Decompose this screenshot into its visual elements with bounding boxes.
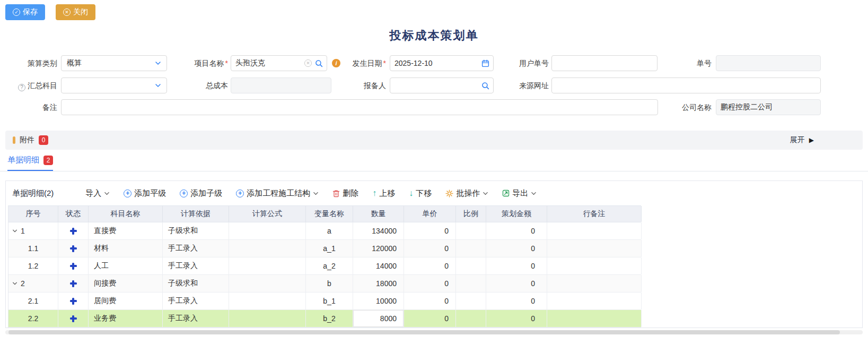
total-cost-input xyxy=(231,78,331,93)
table-row[interactable]: 1.2人工手工录入a_21400000 xyxy=(8,257,641,275)
cell-note xyxy=(547,275,642,292)
cell-seq: 2.1 xyxy=(8,292,58,309)
reporter-field xyxy=(390,78,494,93)
plus-status-icon[interactable] xyxy=(70,315,77,322)
question-icon[interactable]: ? xyxy=(18,84,25,91)
move-up-button[interactable]: ↑ 上移 xyxy=(372,188,395,199)
cell-subject: 材料 xyxy=(89,240,163,257)
detail-table: 序号状态科目名称计算依据计算公式变量名称数量单价比例策划金额行备注 1直接费子级… xyxy=(8,205,641,328)
cell-price: 0 xyxy=(404,222,456,239)
table-row[interactable]: 1.1材料手工录入a_112000000 xyxy=(8,240,641,257)
chevron-down-icon xyxy=(104,191,110,196)
plus-status-icon[interactable] xyxy=(70,245,77,252)
plus-circle-icon xyxy=(124,190,131,197)
plus-status-icon[interactable] xyxy=(70,228,77,235)
cell-price: 0 xyxy=(404,275,456,292)
close-button[interactable]: ✕ 关闭 xyxy=(56,4,95,20)
occur-date-label: 发生日期* xyxy=(329,55,386,71)
plus-status-icon[interactable] xyxy=(70,263,77,270)
expand-button[interactable]: 展开 ▶ xyxy=(790,135,814,145)
clear-icon[interactable]: ✕ xyxy=(304,59,312,67)
expand-caret-icon[interactable] xyxy=(12,228,17,234)
move-down-button[interactable]: ↓ 下移 xyxy=(409,188,432,199)
column-header: 数量 xyxy=(353,206,404,222)
attachment-bar[interactable]: 附件 0 展开 ▶ xyxy=(5,131,863,150)
cell-basis: 子级求和 xyxy=(163,275,229,292)
cell-amount: 0 xyxy=(486,240,547,257)
company-field xyxy=(716,99,821,115)
tab-detail[interactable]: 单据明细 2 xyxy=(7,155,53,171)
cell-qty: 18000 xyxy=(353,275,404,292)
arrow-down-icon: ↓ xyxy=(409,189,413,197)
cell-seq: 1.1 xyxy=(8,240,58,257)
plus-status-icon[interactable] xyxy=(70,298,77,305)
chevron-down-icon xyxy=(313,191,319,196)
column-header: 行备注 xyxy=(547,206,642,222)
table-row[interactable]: 1直接费子级求和a13400000 xyxy=(8,222,641,240)
column-header: 变量名称 xyxy=(306,206,353,222)
cell-qty: 8000 xyxy=(353,310,404,327)
required-asterisk: * xyxy=(383,59,386,67)
summary-subject-label: ?汇总科目 xyxy=(0,78,57,93)
page-title: 投标成本策划单 xyxy=(0,28,868,44)
table-row[interactable]: 2间接费子级求和b1800000 xyxy=(8,275,641,292)
table-row[interactable]: 2.2业务费手工录入b_2800000 xyxy=(8,310,641,328)
calendar-icon[interactable] xyxy=(481,59,489,67)
total-cost-field xyxy=(231,78,331,93)
cell-basis: 手工录入 xyxy=(163,292,229,309)
add-child-button[interactable]: 添加子级 xyxy=(180,188,222,199)
scrollbar-thumb[interactable] xyxy=(8,330,840,334)
cell-formula xyxy=(229,240,306,257)
horizontal-scrollbar[interactable] xyxy=(5,330,863,334)
chevron-down-icon xyxy=(155,82,161,89)
batch-ops-button[interactable]: 批操作 xyxy=(445,188,488,199)
cell-variable: b xyxy=(306,275,353,292)
expand-arrow-icon: ▶ xyxy=(809,136,814,144)
plan-type-label: 策算类别 xyxy=(0,55,57,71)
plus-status-icon[interactable] xyxy=(70,280,77,287)
import-button[interactable]: 导入 xyxy=(85,188,110,199)
company-label: 公司名称 xyxy=(657,99,712,115)
summary-subject-select[interactable] xyxy=(61,78,167,93)
cell-qty: 10000 xyxy=(353,292,404,309)
doc-no-input xyxy=(716,55,821,71)
cell-formula xyxy=(229,292,306,309)
check-circle-icon: ✓ xyxy=(13,8,20,16)
cell-qty: 134000 xyxy=(353,222,404,239)
occur-date-input[interactable] xyxy=(390,55,494,71)
tab-detail-badge: 2 xyxy=(43,156,53,165)
cell-subject: 居间费 xyxy=(89,292,163,309)
user-no-label: 用户单号 xyxy=(490,55,549,71)
reporter-input[interactable] xyxy=(390,78,494,93)
qty-edit-cell[interactable]: 8000 xyxy=(353,310,404,327)
cell-amount: 0 xyxy=(486,257,547,274)
add-structure-button[interactable]: 添加工程施工结构 xyxy=(236,188,319,199)
remark-input[interactable] xyxy=(61,99,658,115)
cell-seq: 2.2 xyxy=(8,310,58,327)
cell-ratio xyxy=(456,257,486,274)
table-row[interactable]: 2.1居间费手工录入b_11000000 xyxy=(8,292,641,310)
remark-field xyxy=(61,99,658,115)
cell-subject: 直接费 xyxy=(89,222,163,239)
add-sibling-button[interactable]: 添加平级 xyxy=(124,188,166,199)
cell-price: 0 xyxy=(404,240,456,257)
cell-variable: a_2 xyxy=(306,257,353,274)
source-url-input[interactable] xyxy=(551,78,821,93)
cell-status xyxy=(58,292,89,309)
search-icon[interactable] xyxy=(481,82,489,90)
cell-basis: 手工录入 xyxy=(163,240,229,257)
doc-no-field xyxy=(716,55,821,71)
user-no-input[interactable] xyxy=(551,55,657,71)
plan-type-select[interactable]: 概算 xyxy=(61,55,167,71)
delete-button[interactable]: 删除 xyxy=(332,188,358,199)
cell-note xyxy=(547,257,642,274)
cell-basis: 手工录入 xyxy=(163,310,229,327)
cell-status xyxy=(58,275,89,292)
expand-label: 展开 xyxy=(790,135,805,145)
table-header-row: 序号状态科目名称计算依据计算公式变量名称数量单价比例策划金额行备注 xyxy=(8,205,641,222)
expand-caret-icon[interactable] xyxy=(12,281,17,286)
save-button[interactable]: ✓ 保存 xyxy=(5,4,45,20)
export-button[interactable]: 导出 xyxy=(502,188,537,199)
search-icon[interactable] xyxy=(315,59,323,67)
close-label: 关闭 xyxy=(73,7,88,17)
